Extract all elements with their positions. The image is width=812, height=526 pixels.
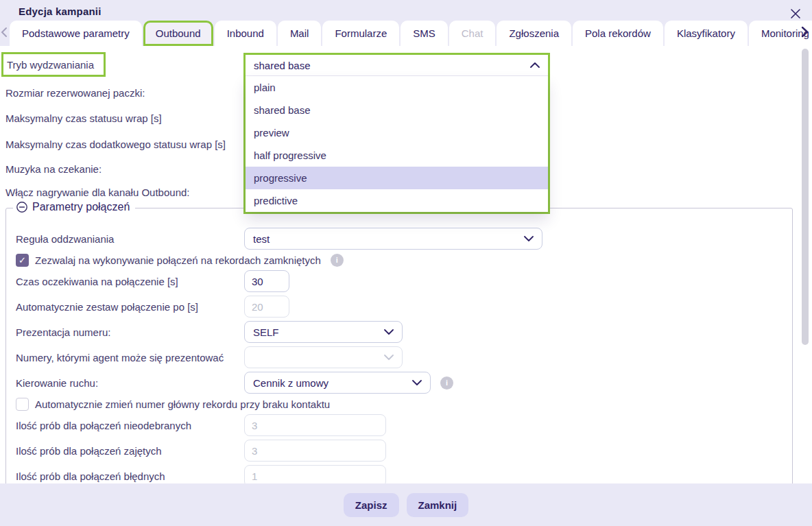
allow-closed-records-label: Zezwalaj na wykonywanie połączeń na reko…: [35, 254, 321, 266]
attempts-unanswered-label: Ilość prób dla połączeń nieodebranych: [16, 420, 244, 431]
chevron-down-icon: [384, 355, 394, 360]
close-icon[interactable]: [787, 5, 804, 22]
wait-time-row: Czas oczekiwania na połączenie [s]: [6, 270, 792, 292]
tab-list: Podstawowe parametry Outbound Inbound Ma…: [10, 21, 812, 46]
tab-inbound[interactable]: Inbound: [215, 21, 276, 46]
tab-formularze[interactable]: Formularze: [322, 21, 399, 46]
tab-mail[interactable]: Mail: [278, 21, 322, 46]
dialing-mode-selected-value: shared base: [254, 60, 311, 71]
info-icon[interactable]: i: [331, 254, 344, 267]
tab-klasyfikatory[interactable]: Klasyfikatory: [665, 21, 748, 46]
info-icon[interactable]: i: [440, 376, 453, 390]
chevron-up-icon: [530, 62, 540, 68]
option-plain[interactable]: plain: [246, 76, 548, 99]
dialing-mode-label-annotation: Tryb wydzwaniania: [1, 52, 106, 77]
number-presentation-label: Prezentacja numeru:: [16, 326, 244, 338]
auto-dial-after-label: Automatycznie zestaw połączenie po [s]: [16, 301, 244, 313]
connection-params-fieldset: Parametry połączeń Reguła oddzwaniania t…: [5, 208, 793, 483]
number-presentation-row: Prezentacja numeru: SELF: [6, 321, 792, 343]
allow-closed-records-row: ✓ Zezwalaj na wykonywanie połączeń na re…: [6, 253, 792, 267]
chevron-down-icon: [384, 329, 394, 335]
connection-params-title: Parametry połączeń: [32, 201, 130, 213]
auto-change-number-label: Automatycznie zmień numer główny rekordu…: [35, 398, 330, 410]
option-predictive[interactable]: predictive: [246, 189, 548, 212]
auto-change-number-checkbox: [16, 398, 29, 411]
attempts-busy-input: [244, 440, 386, 462]
tabs-scroll-left-icon[interactable]: [1, 27, 9, 40]
traffic-routing-select[interactable]: Cennik z umowy: [244, 372, 431, 394]
outbound-tab-content: Tryb wydzwaniania Rozmiar rezerwowanej p…: [0, 46, 812, 483]
auto-dial-after-input: [244, 296, 289, 318]
agent-numbers-label: Numery, którymi agent może się prezentow…: [16, 352, 244, 363]
option-progressive[interactable]: progressive: [246, 167, 548, 189]
tab-chat[interactable]: Chat: [449, 21, 496, 46]
tab-podstawowe-parametry[interactable]: Podstawowe parametry: [10, 21, 142, 46]
allow-closed-records-checkbox[interactable]: ✓: [16, 254, 29, 267]
tab-sms[interactable]: SMS: [401, 21, 448, 46]
tab-pola-rekordow[interactable]: Pola rekordów: [573, 21, 663, 46]
outbound-recording-label: Włącz nagrywanie dla kanału Outbound:: [5, 187, 190, 199]
tab-outbound[interactable]: Outbound: [143, 21, 213, 46]
option-half-progressive[interactable]: half progressive: [246, 144, 548, 167]
callback-rule-label: Reguła oddzwaniania: [16, 233, 244, 245]
attempts-unanswered-input: [244, 414, 386, 436]
tab-zgloszenia[interactable]: Zgłoszenia: [497, 21, 571, 46]
traffic-routing-value: Cennik z umowy: [253, 377, 329, 389]
tabs-scroll-right-icon[interactable]: [801, 26, 811, 40]
number-presentation-select[interactable]: SELF: [244, 321, 403, 343]
chevron-down-icon: [524, 236, 534, 241]
attempts-failed-label: Ilość prób dla połączeń błędnych: [16, 470, 244, 482]
collapse-minus-icon[interactable]: [16, 201, 28, 213]
callback-rule-value: test: [253, 233, 270, 245]
page-title: Edycja kampanii: [19, 5, 102, 17]
agent-numbers-row: Numery, którymi agent może się prezentow…: [6, 346, 792, 368]
attempts-failed-input: [244, 465, 386, 483]
dialing-mode-label: Tryb wydzwaniania: [7, 59, 94, 71]
max-wrap-time-label: Maksymalny czas statusu wrap [s]: [5, 112, 162, 125]
vertical-scrollbar-thumb[interactable]: [802, 49, 809, 345]
hold-music-label: Muzyka na czekanie:: [5, 163, 102, 176]
modal-header: Edycja kampanii Podstawowe parametry Out…: [0, 0, 812, 46]
attempts-unanswered-row: Ilość prób dla połączeń nieodebranych: [6, 414, 792, 436]
dialing-mode-select[interactable]: shared base: [246, 55, 548, 76]
traffic-routing-label: Kierowanie ruchu:: [16, 377, 244, 389]
close-button[interactable]: Zamknij: [407, 493, 469, 517]
campaign-edit-modal: Edycja kampanii Podstawowe parametry Out…: [0, 0, 812, 526]
callback-rule-row: Reguła oddzwaniania test: [6, 228, 792, 250]
attempts-failed-row: Ilość prób dla połączeń błędnych: [6, 465, 792, 483]
agent-numbers-select: [244, 346, 403, 368]
option-preview[interactable]: preview: [246, 121, 548, 144]
traffic-routing-row: Kierowanie ruchu: Cennik z umowy i: [6, 372, 792, 394]
wait-time-label: Czas oczekiwania na połączenie [s]: [16, 276, 244, 287]
auto-change-number-row: Automatycznie zmień numer główny rekordu…: [6, 397, 792, 411]
modal-footer: Zapisz Zamknij: [0, 483, 812, 526]
dialing-mode-options: plain shared base preview half progressi…: [246, 76, 548, 212]
package-size-label: Rozmiar rezerwowanej paczki:: [5, 87, 145, 99]
chevron-down-icon: [412, 380, 422, 385]
number-presentation-value: SELF: [253, 326, 279, 338]
connection-params-rows: Reguła oddzwaniania test ✓ Zezwalaj na w…: [6, 208, 792, 483]
connection-params-legend: Parametry połączeń: [13, 201, 135, 213]
attempts-busy-row: Ilość prób dla połączeń zajętych: [6, 440, 792, 462]
callback-rule-select[interactable]: test: [244, 228, 542, 250]
max-extra-wrap-time-label: Maksymalny czas dodatkowego statusu wrap…: [5, 139, 226, 151]
wait-time-input[interactable]: [244, 270, 289, 292]
auto-dial-after-row: Automatycznie zestaw połączenie po [s]: [6, 296, 792, 318]
save-button[interactable]: Zapisz: [344, 493, 399, 517]
attempts-busy-label: Ilość prób dla połączeń zajętych: [16, 445, 244, 457]
dialing-mode-dropdown-annotation: shared base plain shared base preview ha…: [243, 53, 550, 214]
option-shared-base[interactable]: shared base: [246, 99, 548, 121]
tab-bar: Podstawowe parametry Outbound Inbound Ma…: [0, 21, 812, 46]
